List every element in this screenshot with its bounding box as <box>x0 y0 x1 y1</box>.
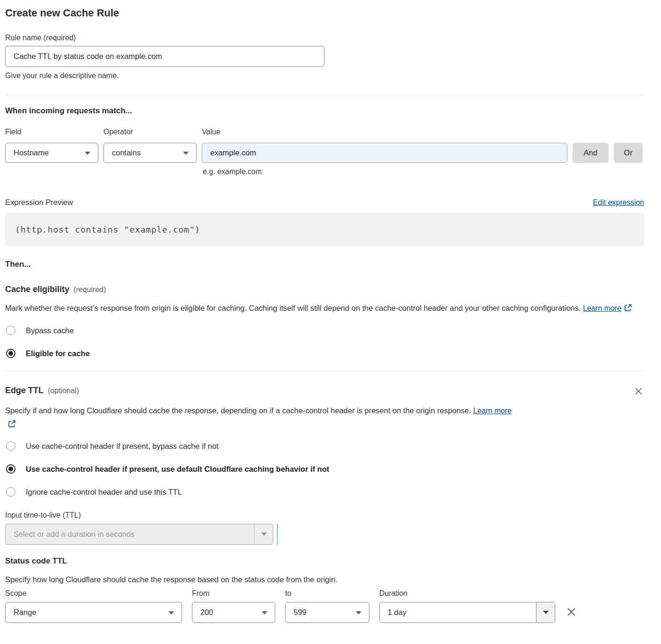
radio-label: Ignore cache-control header and use this… <box>26 486 182 498</box>
duration-value: 1 day <box>388 608 406 617</box>
match-section-heading: When incoming requests match... <box>5 106 644 116</box>
radio-icon <box>6 464 15 474</box>
operator-select-value: contains <box>112 148 140 157</box>
chevron-down-icon <box>169 611 174 615</box>
rule-name-label: Rule name (required) <box>5 33 644 43</box>
status-code-ttl-description: Specify how long Cloudflare should cache… <box>5 575 644 584</box>
chevron-down-icon <box>254 524 273 544</box>
chevron-down-icon <box>262 611 267 615</box>
remove-status-rule-button[interactable] <box>565 606 578 620</box>
ttl-duration-placeholder: Select or add a duration in seconds <box>14 530 135 539</box>
value-hint: e.g. example.com <box>203 167 644 176</box>
status-code-ttl-title: Status code TTL <box>5 556 644 566</box>
match-labels-row: Field Operator Value <box>5 127 644 137</box>
match-controls-row: Hostname contains And Or <box>5 143 644 163</box>
ttl-select-row: Select or add a duration in seconds <box>5 524 644 545</box>
cache-eligibility-qualifier: (required) <box>73 285 106 294</box>
cache-eligibility-header: Cache eligibility (required) <box>5 284 644 295</box>
close-icon <box>566 607 577 617</box>
radio-label: Bypass cache <box>26 325 74 336</box>
edge-ttl-description: Specify if and how long Cloudflare shoul… <box>5 404 520 431</box>
radio-label: Use cache-control header if present, byp… <box>26 440 219 452</box>
ttl-input-caret <box>277 524 278 545</box>
edge-ttl-qualifier: (optional) <box>48 387 79 395</box>
expression-preview-row: Expression Preview Edit expression <box>5 197 644 207</box>
cache-eligibility-description-text: Mark whether the request’s response from… <box>5 304 581 312</box>
to-select-value: 599 <box>294 608 307 617</box>
edit-expression-link[interactable]: Edit expression <box>593 198 644 207</box>
radio-icon <box>6 349 15 358</box>
radio-label: Eligible for cache <box>26 348 90 359</box>
radio-ignore-header-use-ttl[interactable]: Ignore cache-control header and use this… <box>5 486 644 498</box>
radio-icon <box>6 441 15 451</box>
expression-code: (http.host contains "example.com") <box>15 225 200 234</box>
duration-combobox[interactable]: 1 day <box>379 602 555 623</box>
close-icon <box>634 387 643 396</box>
radio-eligible-for-cache[interactable]: Eligible for cache <box>5 348 644 359</box>
ttl-duration-select: Select or add a duration in seconds <box>5 524 273 545</box>
learn-more-label: Learn more <box>583 304 621 312</box>
learn-more-label: Learn more <box>473 407 512 415</box>
and-button[interactable]: And <box>573 143 609 163</box>
cache-eligibility-description: Mark whether the request’s response from… <box>5 301 635 315</box>
or-button[interactable]: Or <box>614 143 643 163</box>
from-select-value: 200 <box>200 608 213 617</box>
operator-label: Operator <box>103 127 197 137</box>
chevron-down-icon <box>543 611 549 614</box>
cache-eligibility-title: Cache eligibility <box>5 284 69 295</box>
edge-ttl-title: Edge TTL <box>5 385 44 396</box>
expression-preview-block: (http.host contains "example.com") <box>5 212 644 246</box>
radio-use-header-default[interactable]: Use cache-control header if present, use… <box>5 463 644 475</box>
edge-ttl-header: Edge TTL (optional) <box>5 385 644 398</box>
operator-select[interactable]: contains <box>103 143 197 163</box>
rule-name-help: Give your rule a descriptive name. <box>5 71 644 80</box>
edge-ttl-close-button[interactable] <box>633 386 644 398</box>
to-label: to <box>285 589 369 598</box>
chevron-down-icon <box>183 152 189 155</box>
status-controls-row: Range 200 599 1 day <box>5 602 644 623</box>
field-select-value: Hostname <box>14 148 49 157</box>
field-select[interactable]: Hostname <box>5 143 98 163</box>
then-heading: Then... <box>5 259 644 270</box>
ttl-input-label: Input time-to-live (TTL) <box>5 511 644 520</box>
radio-icon <box>6 487 15 497</box>
radio-label: Use cache-control header if present, use… <box>26 463 329 475</box>
expression-preview-label: Expression Preview <box>5 197 73 207</box>
field-label: Field <box>5 127 98 137</box>
value-label: Value <box>202 127 567 137</box>
section-divider <box>5 371 644 371</box>
status-labels-row: Scope From to Duration <box>5 589 644 598</box>
cache-eligibility-learn-more-link[interactable]: Learn more <box>583 304 621 312</box>
external-link-icon <box>8 420 16 428</box>
from-select[interactable]: 200 <box>192 602 275 623</box>
duration-label: Duration <box>379 589 555 598</box>
scope-label: Scope <box>5 589 182 598</box>
edge-ttl-learn-more-link[interactable]: Learn more <box>473 407 512 415</box>
chevron-down-icon <box>356 611 361 615</box>
duration-dropdown-button[interactable] <box>536 602 555 622</box>
radio-icon <box>6 326 15 335</box>
chevron-down-icon <box>85 152 90 155</box>
external-link-icon <box>624 304 632 312</box>
radio-use-header-bypass[interactable]: Use cache-control header if present, byp… <box>5 440 644 452</box>
page-title: Create new Cache Rule <box>5 7 644 20</box>
section-divider <box>5 95 644 95</box>
value-input[interactable] <box>202 143 567 163</box>
edge-ttl-description-text: Specify if and how long Cloudflare shoul… <box>5 406 471 415</box>
create-cache-rule-form: Create new Cache Rule Rule name (require… <box>0 0 661 644</box>
from-label: From <box>192 589 275 598</box>
scope-select[interactable]: Range <box>5 602 182 623</box>
scope-select-value: Range <box>14 608 37 617</box>
rule-name-input[interactable] <box>5 46 324 67</box>
radio-bypass-cache[interactable]: Bypass cache <box>5 325 644 336</box>
to-select[interactable]: 599 <box>285 602 369 623</box>
